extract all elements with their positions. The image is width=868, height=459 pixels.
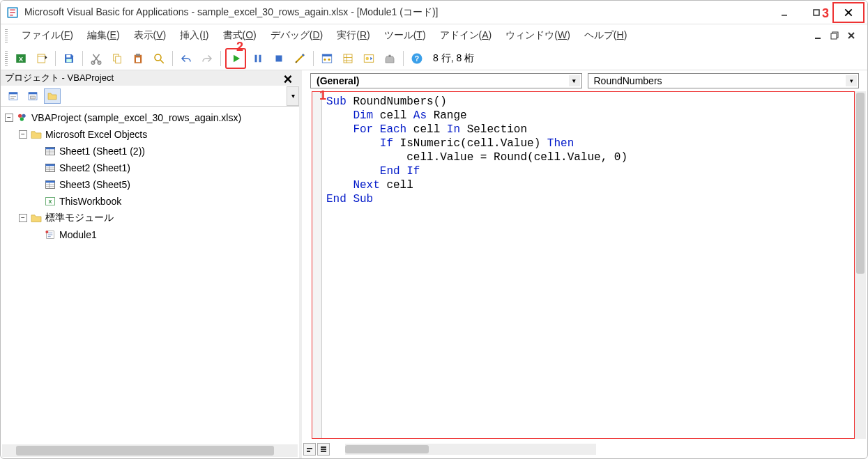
code-scrollbar-y[interactable] — [855, 91, 866, 439]
standard-modules-folder[interactable]: 標準モジュール — [45, 212, 114, 224]
project-root[interactable]: VBAProject (sample_excel_30_rows_again.x… — [31, 112, 241, 123]
object-dropdown[interactable]: (General)▾ — [310, 73, 582, 88]
project-scrollbar-x[interactable] — [2, 444, 298, 457]
marker-2: 2 — [236, 40, 243, 54]
toolbox-button[interactable] — [381, 49, 399, 68]
sheet1-node[interactable]: Sheet1 (Sheet1 (2)) — [59, 146, 145, 157]
menu-window[interactable]: ウィンドウ(W) — [500, 26, 576, 45]
svg-rect-49 — [45, 148, 54, 150]
design-mode-button[interactable] — [291, 49, 309, 68]
chevron-down-icon: ▾ — [569, 75, 580, 86]
menu-view[interactable]: 表示(V) — [128, 26, 172, 45]
svg-rect-61 — [321, 449, 326, 450]
undo-button[interactable] — [177, 49, 195, 68]
svg-rect-29 — [276, 55, 282, 61]
project-tree[interactable]: −VBAProject (sample_excel_30_rows_again.… — [1, 107, 299, 444]
help-button[interactable]: ? — [408, 49, 426, 68]
break-button[interactable] — [249, 49, 267, 68]
svg-rect-60 — [321, 446, 326, 448]
minimize-button[interactable] — [768, 2, 800, 23]
code-scrollbar-x[interactable] — [345, 444, 596, 455]
menu-edit[interactable]: 編集(E) — [82, 26, 125, 45]
tree-toggle[interactable]: − — [19, 214, 27, 222]
svg-rect-53 — [45, 181, 54, 183]
svg-rect-34 — [344, 54, 352, 63]
svg-rect-51 — [45, 164, 54, 166]
procedure-view-button[interactable] — [303, 443, 316, 456]
svg-rect-21 — [116, 56, 121, 63]
reset-button[interactable] — [270, 49, 288, 68]
project-explorer-button[interactable] — [318, 49, 336, 68]
svg-rect-17 — [66, 59, 72, 62]
standard-toolbar: X ? 8 行, 8 桁 — [1, 47, 867, 70]
chevron-down-icon: ▾ — [846, 75, 857, 86]
marker-1: 1 — [319, 88, 326, 103]
folder-icon — [30, 129, 43, 140]
svg-point-57 — [45, 231, 48, 233]
thisworkbook-node[interactable]: ThisWorkbook — [59, 196, 121, 207]
project-toolbar-scroll[interactable]: ▾ — [287, 86, 299, 106]
insert-module-button[interactable] — [33, 49, 51, 68]
menu-insert[interactable]: 挿入(I) — [174, 26, 214, 45]
view-excel-button[interactable]: X — [12, 49, 30, 68]
title-bar: Microsoft Visual Basic for Applications … — [1, 1, 867, 24]
sheet3-node[interactable]: Sheet3 (Sheet5) — [59, 179, 130, 190]
svg-rect-37 — [389, 54, 391, 56]
save-button[interactable] — [60, 49, 78, 68]
module1-node[interactable]: Module1 — [59, 229, 97, 240]
svg-line-26 — [160, 60, 164, 63]
menu-help[interactable]: ヘルプ(H) — [579, 26, 632, 45]
cut-button[interactable] — [87, 49, 105, 68]
code-window: (General)▾ RoundNumbers▾ Sub RoundNumber… — [302, 70, 867, 458]
copy-button[interactable] — [108, 49, 126, 68]
svg-rect-44 — [31, 96, 36, 99]
sheet-icon — [44, 162, 56, 173]
toolbar-grip[interactable] — [5, 51, 8, 66]
project-icon — [16, 112, 29, 123]
svg-point-33 — [328, 59, 330, 61]
full-module-view-button[interactable] — [317, 443, 330, 456]
object-browser-button[interactable] — [360, 49, 378, 68]
svg-point-32 — [324, 59, 326, 61]
toggle-folders-button[interactable] — [44, 88, 61, 104]
view-object-button[interactable] — [24, 88, 41, 104]
svg-rect-43 — [29, 92, 37, 94]
menu-bar: ファイル(F) 編集(E) 表示(V) 挿入(I) 書式(O) デバッグ(D) … — [1, 24, 867, 47]
svg-rect-24 — [136, 57, 140, 62]
sheet-icon — [44, 146, 56, 157]
paste-button[interactable] — [129, 49, 147, 68]
mdi-restore-button[interactable] — [828, 29, 841, 42]
mdi-close-button[interactable] — [845, 29, 858, 42]
menu-run[interactable]: 実行(R) — [331, 26, 375, 45]
view-code-button[interactable] — [5, 88, 22, 104]
menu-file[interactable]: ファイル(F) — [16, 26, 79, 45]
sheet2-node[interactable]: Sheet2 (Sheet1) — [59, 162, 130, 173]
redo-button[interactable] — [198, 49, 216, 68]
close-button[interactable] — [832, 2, 865, 23]
svg-rect-10 — [831, 33, 837, 39]
code-margin[interactable] — [312, 92, 322, 438]
svg-rect-15 — [38, 54, 45, 63]
code-text[interactable]: Sub RoundNumbers() Dim cell As Range For… — [326, 95, 627, 206]
mdi-minimize-button[interactable] — [812, 29, 824, 42]
menu-addins[interactable]: アドイン(A) — [434, 26, 498, 45]
marker-3: 3 — [822, 6, 829, 21]
svg-point-46 — [22, 114, 25, 118]
svg-rect-59 — [307, 451, 310, 452]
svg-rect-2 — [814, 10, 819, 15]
cursor-position: 8 行, 8 桁 — [433, 52, 474, 65]
folder-icon — [30, 212, 43, 224]
menu-tools[interactable]: ツール(T) — [379, 26, 432, 45]
module-icon — [44, 229, 56, 240]
procedure-dropdown[interactable]: RoundNumbers▾ — [588, 73, 860, 88]
code-editor[interactable]: Sub RoundNumbers() Dim cell As Range For… — [312, 91, 855, 439]
excel-objects-folder[interactable]: Microsoft Excel Objects — [45, 129, 147, 140]
properties-button[interactable] — [339, 49, 357, 68]
menu-grip[interactable] — [5, 29, 8, 42]
find-button[interactable] — [150, 49, 168, 68]
menu-debug[interactable]: デバッグ(D) — [265, 26, 328, 45]
tree-toggle[interactable]: − — [5, 114, 13, 122]
tree-toggle[interactable]: − — [19, 130, 27, 139]
svg-point-47 — [20, 117, 24, 120]
project-explorer: プロジェクト - VBAProject × ▾ −VBAProject (sam… — [1, 70, 302, 458]
